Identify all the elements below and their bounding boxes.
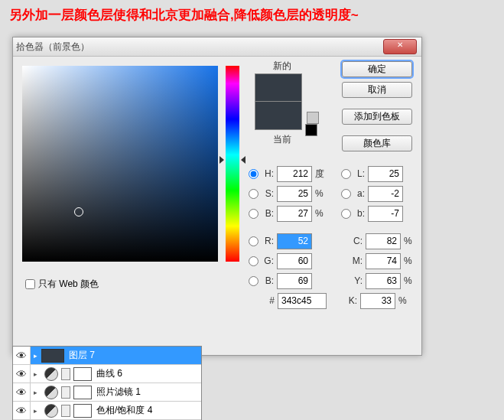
layer-thumbnail [41, 349, 64, 363]
disclosure-icon[interactable]: ▸ [34, 352, 41, 360]
mask-thumbnail [73, 367, 92, 381]
b-hsb-unit: % [315, 208, 329, 219]
layer-row[interactable]: 👁 ▸ 图层 7 [13, 347, 201, 365]
visibility-icon[interactable]: 👁 [13, 365, 31, 383]
s-radio[interactable] [249, 189, 259, 199]
current-color-label: 当前 [273, 133, 291, 146]
color-field[interactable] [22, 66, 218, 262]
adjustment-icon [44, 367, 58, 381]
adjustment-icon [44, 404, 58, 418]
h-label: H: [262, 168, 274, 179]
dialog-title: 拾色器（前景色） [16, 41, 89, 54]
layers-panel: 👁 ▸ 图层 7 👁 ▸ 曲线 6 👁 ▸ 照片滤镜 1 👁 ▸ [12, 346, 202, 420]
b-lab-input[interactable] [368, 206, 403, 222]
r-radio[interactable] [249, 236, 259, 246]
a-label: a: [354, 188, 365, 199]
g-radio[interactable] [249, 256, 259, 266]
y-input[interactable] [366, 273, 401, 289]
m-label: M: [352, 256, 363, 266]
layer-row[interactable]: 👁 ▸ 曲线 6 [13, 365, 201, 383]
r-label: R: [262, 236, 274, 246]
visibility-icon[interactable]: 👁 [13, 402, 31, 419]
r-input[interactable] [277, 233, 312, 249]
b-lab-radio[interactable] [341, 209, 351, 219]
visibility-icon[interactable]: 👁 [13, 383, 31, 401]
titlebar[interactable]: 拾色器（前景色） ✕ [13, 37, 421, 57]
c-label: C: [352, 236, 363, 246]
b-hsb-label: B: [262, 208, 274, 219]
c-input[interactable] [366, 233, 401, 249]
mask-thumbnail [73, 404, 92, 418]
a-input[interactable] [368, 186, 403, 202]
s-input[interactable] [277, 186, 312, 202]
b-lab-label: b: [354, 208, 365, 219]
ok-button[interactable]: 确定 [342, 61, 412, 77]
c-unit: % [404, 236, 418, 246]
close-button[interactable]: ✕ [383, 39, 417, 54]
h-radio[interactable] [249, 169, 259, 179]
h-unit: 度 [315, 168, 329, 181]
l-input[interactable] [368, 166, 403, 182]
layer-row[interactable]: 👁 ▸ 色相/饱和度 4 [13, 402, 201, 420]
link-icon [61, 368, 70, 380]
layer-name: 照片滤镜 1 [96, 386, 141, 399]
hue-slider[interactable] [226, 66, 239, 262]
hex-label: # [262, 295, 275, 306]
b-hsb-input[interactable] [277, 206, 312, 222]
annotation-text: 另外加一层颜色层使得和北京更加融合,降低颜色层的透明度~ [0, 0, 504, 27]
disclosure-icon[interactable]: ▸ [34, 407, 41, 415]
cancel-button[interactable]: 取消 [342, 82, 412, 98]
y-unit: % [404, 275, 418, 286]
h-input[interactable] [277, 166, 312, 182]
b-rgb-radio[interactable] [249, 276, 259, 286]
layer-name: 色相/饱和度 4 [96, 404, 152, 417]
hue-arrow-right[interactable] [241, 156, 245, 164]
link-icon [61, 405, 70, 417]
y-label: Y: [352, 275, 363, 286]
k-unit: % [398, 295, 412, 306]
new-color-swatch [255, 73, 302, 102]
color-picker-dialog: 拾色器（前景色） ✕ 新的 当前 确定 取消 添加到色板 颜色库 H: 度 [12, 37, 422, 356]
l-label: L: [354, 168, 365, 179]
web-only-row: 只有 Web 颜色 [22, 277, 99, 291]
m-unit: % [404, 256, 418, 266]
web-only-checkbox[interactable] [25, 279, 35, 289]
hue-arrow-left[interactable] [219, 156, 224, 164]
g-label: G: [262, 256, 274, 266]
web-only-label: 只有 Web 颜色 [38, 278, 99, 291]
color-library-button[interactable]: 颜色库 [342, 135, 412, 151]
a-radio[interactable] [341, 189, 351, 199]
layer-name: 图层 7 [69, 349, 95, 362]
k-label: K: [346, 295, 357, 306]
dialog-body: 新的 当前 确定 取消 添加到色板 颜色库 H: 度 L: S: [13, 57, 421, 355]
m-input[interactable] [366, 253, 401, 269]
s-label: S: [262, 188, 274, 199]
b-hsb-radio[interactable] [249, 209, 259, 219]
new-color-label: 新的 [273, 60, 291, 73]
layer-row[interactable]: 👁 ▸ 照片滤镜 1 [13, 383, 201, 402]
button-group: 确定 取消 添加到色板 颜色库 [342, 61, 412, 156]
adjustment-icon [44, 386, 58, 399]
link-icon [61, 386, 70, 399]
b-rgb-input[interactable] [277, 273, 312, 289]
b-rgb-label: B: [262, 275, 274, 286]
picker-indicator[interactable] [74, 207, 83, 217]
layer-name: 曲线 6 [96, 367, 122, 380]
current-color-swatch[interactable] [255, 101, 302, 130]
disclosure-icon[interactable]: ▸ [34, 370, 41, 378]
disclosure-icon[interactable]: ▸ [34, 389, 41, 396]
gamut-warning-icon[interactable] [307, 112, 319, 124]
hex-input[interactable] [278, 293, 327, 309]
websafe-warning-icon[interactable] [305, 124, 317, 136]
visibility-icon[interactable]: 👁 [13, 347, 31, 364]
color-fields: H: 度 L: S: % a: B: % [249, 164, 418, 311]
add-swatch-button[interactable]: 添加到色板 [342, 109, 412, 125]
s-unit: % [315, 188, 329, 199]
mask-thumbnail [73, 386, 92, 399]
g-input[interactable] [277, 253, 312, 269]
k-input[interactable] [360, 293, 395, 309]
l-radio[interactable] [341, 169, 351, 179]
